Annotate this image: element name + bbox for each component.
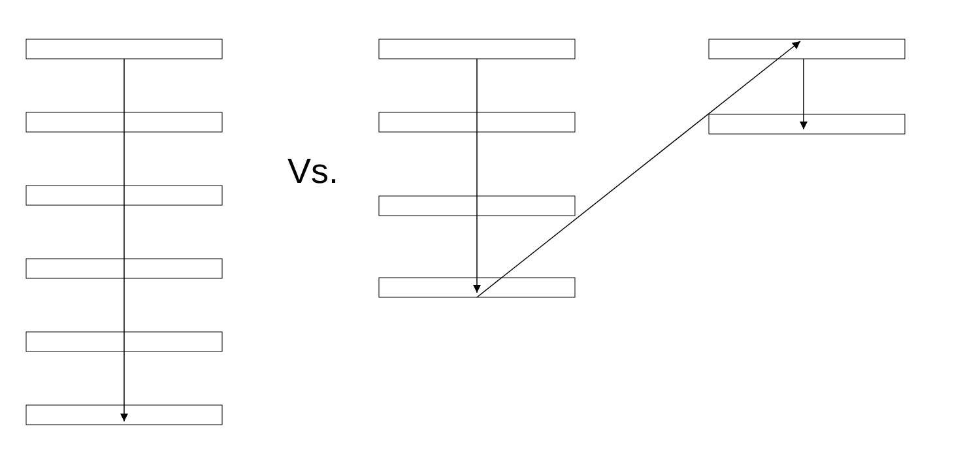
- right-right-box-2: [709, 114, 905, 134]
- left-box-1: [26, 39, 222, 59]
- left-stack: [26, 39, 222, 425]
- vs-label: Vs.: [287, 150, 338, 191]
- right-left-box-1: [379, 39, 575, 59]
- right-right-box-1: [709, 39, 905, 59]
- diagonal-arrow: [477, 41, 800, 297]
- right-left-stack: [379, 39, 575, 297]
- comparison-diagram: Vs.: [0, 0, 980, 458]
- right-right-stack: [709, 39, 905, 134]
- diagram-svg: [0, 0, 980, 458]
